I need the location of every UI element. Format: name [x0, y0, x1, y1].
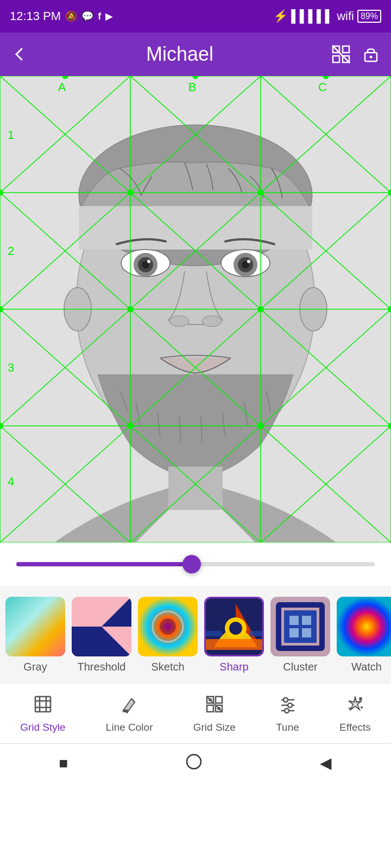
- nav-label-effects: Effects: [339, 722, 371, 733]
- filter-label-cluster: Cluster: [283, 661, 317, 673]
- grid-toggle-button[interactable]: [331, 44, 351, 64]
- filter-thumb-sharp: .sharp-bg { }: [204, 597, 264, 656]
- back-button[interactable]: [11, 46, 28, 63]
- page-title: Michael: [146, 43, 213, 66]
- grid-style-icon: [33, 694, 53, 718]
- nav-label-line-color: Line Color: [106, 722, 153, 733]
- line-color-icon: [119, 694, 139, 718]
- lock-button[interactable]: [362, 45, 380, 63]
- nav-item-grid-style[interactable]: Grid Style: [20, 694, 65, 733]
- message-icon: 💬: [81, 10, 93, 22]
- wifi-icon: wifi: [337, 9, 354, 23]
- svg-rect-2: [333, 56, 339, 62]
- android-home-button[interactable]: [186, 754, 202, 773]
- svg-point-119: [217, 707, 220, 710]
- svg-point-23: [64, 288, 91, 331]
- svg-point-21: [169, 316, 189, 327]
- filter-item-watch[interactable]: Watch: [337, 597, 391, 673]
- slider-track[interactable]: [16, 562, 375, 566]
- nav-item-effects[interactable]: Effects: [339, 694, 371, 733]
- tune-icon: [278, 694, 298, 718]
- mute-icon: 🔕: [65, 10, 77, 22]
- svg-rect-98: [284, 610, 317, 643]
- filter-item-sketch[interactable]: Sketch: [138, 597, 198, 673]
- header-actions: [331, 44, 380, 64]
- svg-rect-1: [343, 46, 349, 53]
- svg-point-15: [147, 260, 150, 263]
- filter-label-watch: Watch: [351, 661, 382, 673]
- nav-label-grid-size: Grid Size: [193, 722, 236, 733]
- status-right: ⚡ ▌▌▌▌▌ wifi 89%: [273, 9, 381, 23]
- svg-rect-114: [216, 697, 222, 703]
- svg-rect-10: [79, 206, 312, 250]
- svg-rect-102: [302, 628, 311, 637]
- svg-point-6: [370, 56, 373, 59]
- grid-size-icon: [205, 694, 224, 718]
- svg-point-129: [187, 755, 201, 769]
- nav-label-tune: Tune: [276, 722, 299, 733]
- filter-carousel: Gray Threshold: [0, 586, 391, 684]
- svg-point-125: [285, 709, 289, 713]
- svg-point-92: [229, 622, 242, 635]
- svg-rect-94: [206, 631, 222, 636]
- facebook-icon: f: [98, 11, 101, 22]
- filter-item-threshold[interactable]: Threshold: [72, 597, 131, 673]
- svg-line-4: [332, 46, 350, 63]
- svg-point-128: [349, 707, 351, 710]
- android-back-button[interactable]: ◀: [320, 754, 332, 772]
- nav-item-grid-size[interactable]: Grid Size: [193, 694, 236, 733]
- svg-rect-93: [206, 639, 264, 650]
- nav-item-line-color[interactable]: Line Color: [106, 694, 153, 733]
- filter-thumb-sketch: [138, 597, 198, 656]
- svg-point-20: [247, 260, 250, 263]
- battery-icon: 89%: [357, 10, 381, 23]
- android-stop-button[interactable]: ■: [59, 755, 68, 772]
- filter-thumb-gray: [5, 597, 65, 656]
- android-navigation: ■ ◀: [0, 743, 391, 782]
- status-left: 12:13 PM 🔕 💬 f ▶: [10, 9, 113, 23]
- filter-item-cluster[interactable]: Cluster: [270, 597, 330, 673]
- filter-label-sketch: Sketch: [151, 661, 184, 673]
- svg-point-22: [202, 316, 222, 327]
- svg-point-88: [160, 618, 176, 635]
- filter-thumb-threshold: [72, 597, 131, 656]
- youtube-icon: ▶: [105, 10, 113, 22]
- slider-thumb[interactable]: [182, 555, 201, 573]
- nav-label-grid-style: Grid Style: [20, 722, 65, 733]
- svg-rect-103: [337, 597, 391, 656]
- svg-rect-99: [289, 616, 299, 625]
- svg-point-121: [283, 698, 288, 702]
- svg-point-126: [359, 697, 362, 700]
- slider-container[interactable]: [0, 542, 391, 586]
- status-time: 12:13 PM: [10, 9, 61, 23]
- svg-rect-25: [168, 467, 223, 510]
- svg-point-118: [209, 698, 212, 701]
- filter-item-gray[interactable]: Gray: [5, 597, 65, 673]
- bluetooth-icon: ⚡: [273, 9, 288, 23]
- image-canvas[interactable]: A B C 1 2 3 4: [0, 76, 391, 542]
- svg-point-123: [288, 703, 292, 707]
- svg-point-127: [361, 706, 363, 709]
- svg-rect-100: [302, 616, 311, 625]
- nav-item-tune[interactable]: Tune: [276, 694, 299, 733]
- signal-icon: ▌▌▌▌▌: [291, 9, 333, 23]
- svg-rect-81: [5, 597, 65, 656]
- filter-thumb-cluster: [270, 597, 330, 656]
- svg-rect-95: [249, 631, 264, 636]
- svg-rect-101: [289, 628, 299, 637]
- svg-rect-112: [123, 710, 128, 712]
- app-header: Michael: [0, 33, 391, 76]
- filter-label-gray: Gray: [23, 661, 47, 673]
- effects-icon: [345, 694, 365, 718]
- filter-item-sharp[interactable]: .sharp-bg { } Sharp: [204, 597, 264, 673]
- svg-rect-115: [207, 705, 213, 712]
- svg-point-24: [300, 288, 327, 331]
- status-bar: 12:13 PM 🔕 💬 f ▶ ⚡ ▌▌▌▌▌ wifi 89%: [0, 0, 391, 33]
- filter-label-sharp: Sharp: [219, 661, 248, 673]
- bottom-navigation: Grid Style Line Color Grid Siz: [0, 684, 391, 743]
- slider-fill: [16, 562, 192, 566]
- filter-label-threshold: Threshold: [78, 661, 126, 673]
- filter-thumb-watch: [337, 597, 391, 656]
